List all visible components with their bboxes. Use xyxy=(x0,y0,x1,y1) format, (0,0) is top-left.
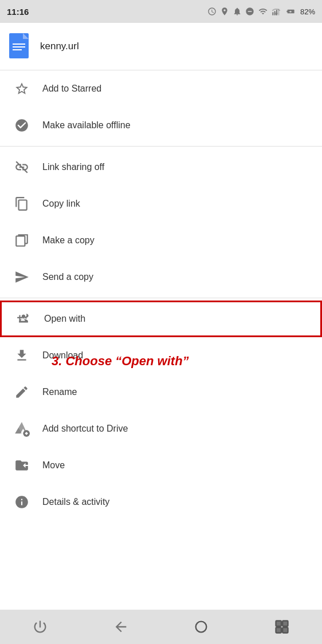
divider-1 xyxy=(0,146,322,147)
menu-list: Add to Starred Make available offline Li… xyxy=(0,70,322,520)
battery-text: 82% xyxy=(300,7,315,16)
svg-rect-0 xyxy=(272,12,273,15)
details-label: Details & activity xyxy=(42,497,109,507)
location-icon xyxy=(220,7,229,16)
star-icon xyxy=(9,76,34,101)
divider-2 xyxy=(0,298,322,298)
file-icon xyxy=(9,33,31,60)
status-bar: 11:16 82% xyxy=(0,0,322,23)
drive-shortcut-icon xyxy=(9,416,34,441)
svg-rect-1 xyxy=(274,11,276,15)
svg-rect-12 xyxy=(276,621,281,626)
menu-item-make-offline[interactable]: Make available offline xyxy=(0,107,322,144)
open-with-label: Open with xyxy=(44,314,85,324)
make-offline-label: Make available offline xyxy=(42,120,131,131)
status-icons: 82% xyxy=(207,7,315,16)
download-icon xyxy=(9,343,34,368)
dnd-icon xyxy=(245,7,254,16)
drive-add-icon xyxy=(14,421,30,437)
power-button[interactable] xyxy=(28,614,53,639)
svg-point-11 xyxy=(196,622,207,633)
back-button[interactable] xyxy=(108,614,133,639)
menu-item-add-shortcut[interactable]: Add shortcut to Drive xyxy=(0,410,322,447)
make-copy-icon xyxy=(9,228,34,253)
move-icon xyxy=(9,453,34,478)
menu-item-make-copy[interactable]: Make a copy xyxy=(0,222,322,259)
link-sharing-label: Link sharing off xyxy=(42,162,104,172)
svg-rect-3 xyxy=(278,9,279,15)
status-time: 11:16 xyxy=(7,7,29,17)
svg-rect-7 xyxy=(13,46,25,48)
send-icon xyxy=(9,264,34,290)
make-copy-label: Make a copy xyxy=(42,235,95,246)
menu-item-details[interactable]: Details & activity xyxy=(0,484,322,520)
annotation: 3. Choose “Open with” xyxy=(52,354,189,369)
add-shortcut-label: Add shortcut to Drive xyxy=(42,424,128,434)
signal-icon xyxy=(272,7,281,16)
info-icon xyxy=(9,489,34,515)
svg-line-9 xyxy=(16,161,28,173)
rename-icon xyxy=(9,380,34,405)
home-button[interactable] xyxy=(189,614,214,639)
battery-icon xyxy=(284,7,297,16)
menu-item-send-copy[interactable]: Send a copy xyxy=(0,259,322,295)
move-label: Move xyxy=(42,460,65,471)
rename-label: Rename xyxy=(42,387,77,397)
svg-rect-14 xyxy=(276,627,281,633)
svg-rect-6 xyxy=(13,44,25,45)
send-copy-label: Send a copy xyxy=(42,272,93,282)
svg-rect-15 xyxy=(282,627,288,633)
menu-item-link-sharing[interactable]: Link sharing off xyxy=(0,149,322,185)
link-off-icon xyxy=(9,155,34,180)
menu-item-copy-link[interactable]: Copy link xyxy=(0,185,322,222)
offline-icon xyxy=(9,113,34,138)
add-starred-label: Add to Starred xyxy=(42,84,101,94)
file-name: kenny.url xyxy=(40,41,79,52)
menu-item-move[interactable]: Move xyxy=(0,447,322,484)
svg-rect-2 xyxy=(276,10,277,15)
bell-icon xyxy=(233,7,242,16)
svg-rect-8 xyxy=(13,49,22,50)
recents-button[interactable] xyxy=(269,614,294,639)
menu-item-add-starred[interactable]: Add to Starred xyxy=(0,70,322,107)
wifi-icon xyxy=(258,7,268,16)
bottom-nav xyxy=(0,610,322,644)
menu-item-rename[interactable]: Rename xyxy=(0,374,322,410)
open-with-icon xyxy=(11,306,36,331)
copy-link-label: Copy link xyxy=(42,199,80,209)
svg-rect-13 xyxy=(282,621,288,626)
alarm-icon xyxy=(207,7,217,16)
menu-item-open-with[interactable]: Open with xyxy=(0,301,322,337)
copy-link-icon xyxy=(9,191,34,216)
file-header: kenny.url xyxy=(0,23,322,70)
